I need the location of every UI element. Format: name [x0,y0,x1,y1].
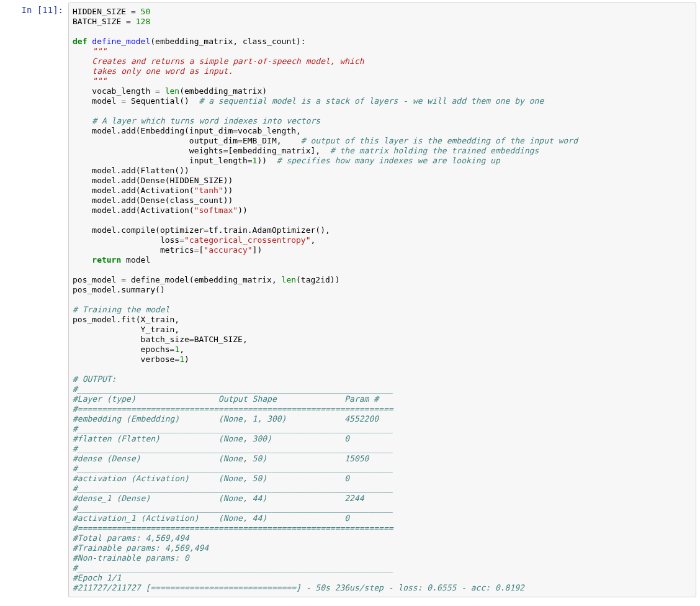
code-input-area[interactable]: HIDDEN_SIZE = 50 BATCH_SIZE = 128 def de… [68,2,696,597]
prompt-label: In [11]: [22,5,63,15]
input-prompt: In [11]: [4,2,68,597]
code-block: HIDDEN_SIZE = 50 BATCH_SIZE = 128 def de… [73,7,692,593]
code-cell: In [11]: HIDDEN_SIZE = 50 BATCH_SIZE = 1… [4,2,696,597]
